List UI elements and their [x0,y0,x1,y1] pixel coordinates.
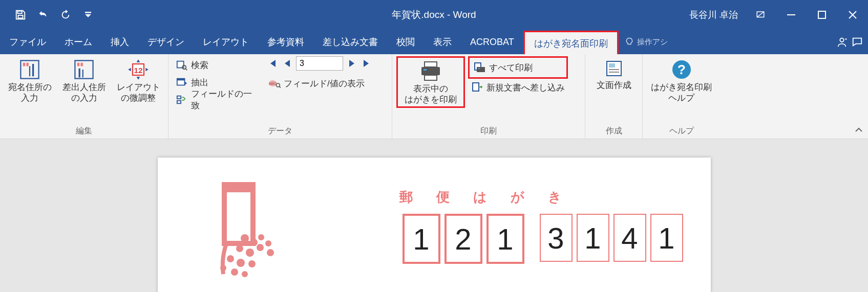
field-toggle-icon: ABC [268,78,281,88]
group-help: ? はがき宛名印刷ヘルプ ヘルプ [643,54,720,139]
svg-rect-36 [478,68,480,69]
layout-adjust-label-1: レイアウト [117,82,160,92]
field-value-toggle-button[interactable]: ABC フィールド/値の表示 [265,75,388,92]
last-record-button[interactable] [361,57,374,70]
tab-references[interactable]: 参考資料 [258,30,313,54]
chevron-up-icon [855,126,863,134]
next-record-button[interactable] [345,57,358,70]
first-record-button[interactable] [265,57,279,70]
recipient-address-button[interactable]: 宛名住所の入力 [4,56,55,104]
save-button[interactable] [9,5,32,25]
stamp-frame-decoration [194,182,286,279]
field-toggle-label: フィールド/値の表示 [284,78,365,89]
tab-mailings[interactable]: 差し込み文書 [313,30,387,54]
tell-me-label: 操作アシ [637,37,668,47]
print-current-button[interactable]: 表示中のはがきを印刷 [396,56,465,108]
svg-rect-37 [473,83,479,91]
zip-digit: 1 [486,214,524,264]
tab-hagaki-print[interactable]: はがき宛名面印刷 [523,31,619,54]
print-all-button[interactable]: すべて印刷 [468,56,568,79]
comments-icon[interactable] [852,36,863,48]
zip-digit: 4 [613,214,646,262]
tell-me[interactable]: 操作アシ [619,30,674,54]
field-match-label: フィールドの一致 [191,88,259,111]
tab-home[interactable]: ホーム [55,30,101,54]
merge-new-doc-button[interactable]: 新規文書へ差し込み [468,79,568,96]
svg-point-46 [241,234,249,242]
tab-acrobat[interactable]: ACROBAT [461,30,523,54]
create-content-label: 文面作成 [597,80,631,91]
merge-new-doc-label: 新規文書へ差し込み [486,82,565,94]
minimize-button[interactable] [776,5,807,25]
svg-rect-8 [23,63,25,66]
layout-adjust-label-2: の微調整 [121,93,156,103]
group-print: 表示中のはがきを印刷 すべて印刷 新規文書へ差し込み 印刷 [392,54,585,139]
svg-point-50 [246,249,254,257]
layout-adjust-button[interactable]: 12 レイアウトの微調整 [113,56,164,104]
svg-point-56 [248,260,256,267]
collapse-ribbon-button[interactable] [855,126,863,136]
zip-digit: 3 [540,214,573,262]
help-button[interactable]: ? はがき宛名印刷ヘルプ [649,56,713,104]
sender-address-label-2: の入力 [71,93,97,103]
yubin-hagaki-label: 郵 便 は が き [399,188,562,206]
svg-point-47 [250,239,258,246]
lightbulb-icon [625,37,634,47]
page: 郵 便 は が き 1 2 1 3 1 4 1 [158,158,711,292]
svg-line-29 [279,86,281,88]
svg-rect-23 [177,79,185,81]
sender-address-label-1: 差出人住所 [62,82,106,92]
document-area[interactable]: 郵 便 は が き 1 2 1 3 1 4 1 [0,139,868,292]
group-create-label: 作成 [589,125,638,139]
svg-rect-30 [425,62,437,67]
svg-line-21 [185,69,187,70]
prev-record-button[interactable] [281,57,294,70]
print-all-icon [474,62,486,73]
svg-rect-2 [85,12,91,13]
redo-button[interactable] [54,5,77,25]
close-button[interactable] [837,5,868,25]
search-button[interactable]: 検索 [173,56,262,74]
recipient-address-label-1: 宛名住所の [8,82,52,92]
group-data: 検索 抽出 フィールドの一致 [168,54,392,139]
tab-design[interactable]: デザイン [138,30,194,54]
svg-point-55 [237,259,245,267]
quick-access-toolbar [0,5,99,25]
tab-file[interactable]: ファイル [0,30,55,54]
group-print-label: 印刷 [396,125,581,139]
ribbon-display-options-button[interactable] [745,5,776,25]
group-edit: 宛名住所の入力 差出人住所の入力 12 レイアウトの微調整 編集 [0,54,168,139]
record-number-input[interactable] [296,56,343,71]
svg-point-53 [267,249,274,256]
zip-digit: 2 [444,214,482,264]
tab-review[interactable]: 校閲 [387,30,424,54]
user-name[interactable]: 長谷川 卓治 [682,9,745,21]
zip-code-boxes: 1 2 1 3 1 4 1 [403,214,687,264]
search-label: 検索 [191,59,208,71]
share-icon[interactable] [836,36,848,48]
maximize-button[interactable] [807,5,837,25]
qat-customize-button[interactable] [77,5,99,25]
print-current-label-1: 表示中の [413,84,448,94]
field-match-button[interactable]: フィールドの一致 [173,91,262,108]
create-content-icon [604,58,624,79]
svg-rect-24 [177,96,181,99]
undo-button[interactable] [32,5,54,25]
group-data-label: データ [173,125,388,139]
tab-insert[interactable]: 挿入 [101,30,138,54]
sender-address-button[interactable]: 差出人住所の入力 [58,56,110,104]
svg-point-6 [840,38,843,42]
svg-rect-13 [77,63,79,66]
svg-text:12: 12 [134,66,142,75]
svg-rect-35 [477,67,485,72]
svg-rect-5 [818,11,825,18]
svg-rect-32 [424,69,427,71]
create-content-button[interactable]: 文面作成 [592,56,636,91]
tab-layout[interactable]: レイアウト [194,30,258,54]
record-nav [265,56,388,71]
svg-rect-1 [18,15,23,18]
print-all-label: すべて印刷 [489,62,533,74]
svg-rect-33 [425,75,437,80]
group-edit-label: 編集 [4,125,164,139]
tab-view[interactable]: 表示 [424,30,461,54]
